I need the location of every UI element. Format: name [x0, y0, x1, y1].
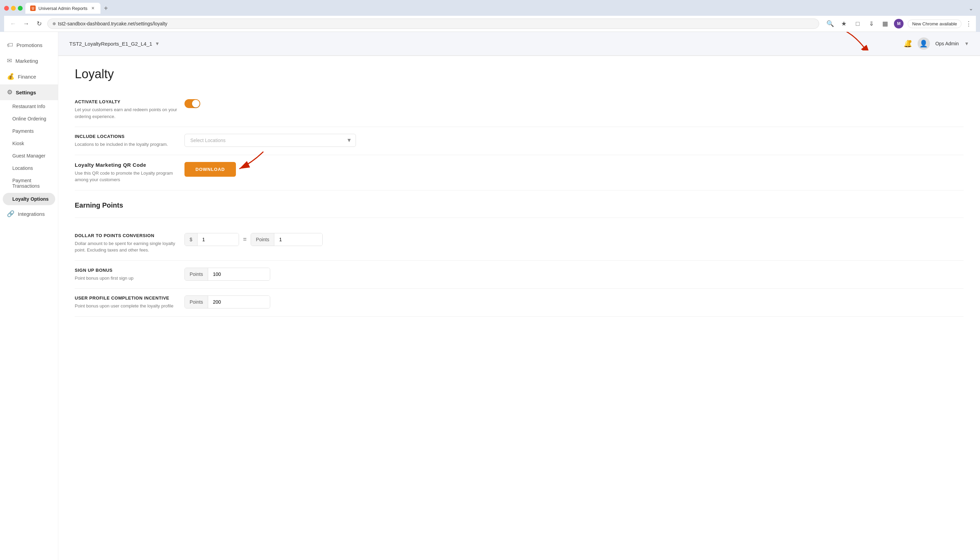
- org-selector[interactable]: TST2_LoyaltyReports_E1_G2_L4_1 ▼: [69, 41, 160, 47]
- user-dropdown-button[interactable]: ▼: [964, 41, 969, 46]
- sidebar-sub-payments[interactable]: Payments: [0, 125, 58, 137]
- locations-select-wrapper: Select Locations ▼: [184, 134, 356, 147]
- new-tab-button[interactable]: +: [101, 3, 111, 14]
- chrome-profile-button[interactable]: M: [894, 19, 904, 28]
- dollar-conversion-row: DOLLAR TO POINTS CONVERSION Dollar amoun…: [75, 226, 963, 261]
- sidebar-sub-online-ordering[interactable]: Online Ordering: [0, 113, 58, 125]
- profile-completion-input[interactable]: [208, 296, 270, 308]
- download-icon[interactable]: ⇓: [867, 19, 876, 28]
- include-locations-desc: Locations to be included in the loyalty …: [75, 141, 184, 148]
- main-content: Loyalty ACTIVATE LOYALTY Let your custom…: [58, 56, 980, 560]
- bookmark-icon[interactable]: ★: [839, 19, 849, 28]
- toolbar-icons: 🔍 ★ □ ⇓ ▦ M New Chrome available ⋮: [826, 19, 972, 28]
- address-bar[interactable]: ⊕ tst2-sandbox-dashboard.trycake.net/set…: [47, 18, 819, 29]
- dollar-conversion-label-col: DOLLAR TO POINTS CONVERSION Dollar amoun…: [75, 233, 184, 253]
- qr-code-control: DOWNLOAD: [184, 162, 963, 177]
- sidebar-item-settings[interactable]: ⚙ Settings: [0, 84, 58, 100]
- page-title: Loyalty: [75, 67, 963, 81]
- browser-chrome: U Universal Admin Reports ✕ + ⌄ ← → ↻ ⊕ …: [0, 0, 980, 32]
- profile-completion-prefix: Points: [185, 296, 208, 308]
- tab-bar: U Universal Admin Reports ✕ +: [25, 3, 111, 14]
- search-icon[interactable]: 🔍: [826, 19, 835, 28]
- sidebar-sub-payment-transactions[interactable]: Payment Transactions: [0, 174, 58, 192]
- avatar-icon: 👤: [919, 40, 928, 48]
- points-input-group: Points: [251, 233, 323, 246]
- sidebar-item-finance-label: Finance: [18, 74, 36, 80]
- extension-icon[interactable]: □: [853, 19, 862, 28]
- profile-completion-label: USER PROFILE COMPLETION INCENTIVE: [75, 295, 184, 301]
- address-bar-row: ← → ↻ ⊕ tst2-sandbox-dashboard.trycake.n…: [4, 16, 976, 32]
- qr-code-row: Loyalty Marketing QR Code Use this QR co…: [75, 155, 963, 190]
- browser-top: U Universal Admin Reports ✕ + ⌄: [4, 3, 976, 14]
- signup-bonus-desc: Point bonus upon first sign up: [75, 275, 184, 282]
- download-button[interactable]: DOWNLOAD: [184, 162, 236, 177]
- close-window-button[interactable]: [4, 6, 9, 11]
- qr-code-label-col: Loyalty Marketing QR Code Use this QR co…: [75, 162, 184, 183]
- minimize-window-button[interactable]: [11, 6, 16, 11]
- back-button[interactable]: ←: [8, 19, 18, 28]
- profile-completion-label-col: USER PROFILE COMPLETION INCENTIVE Point …: [75, 295, 184, 310]
- user-name: Ops Admin: [935, 41, 959, 46]
- sidebar-sub-guest-manager[interactable]: Guest Manager: [0, 150, 58, 162]
- sidebar: 🏷 Promotions ✉ Marketing 💰 Finance ⚙ Set…: [0, 32, 58, 560]
- dollar-value-input[interactable]: [198, 233, 239, 246]
- include-locations-control: Select Locations ▼: [184, 134, 963, 147]
- activate-loyalty-desc: Let your customers earn and redeem point…: [75, 107, 184, 120]
- sidebar-toggle-icon[interactable]: ▦: [880, 19, 890, 28]
- points-prefix: Points: [251, 233, 274, 246]
- include-locations-label: INCLUDE LOCATIONS: [75, 134, 184, 139]
- sidebar-item-promotions[interactable]: 🏷 Promotions: [0, 37, 58, 53]
- tab-close-button[interactable]: ✕: [90, 5, 96, 11]
- sidebar-item-settings-label: Settings: [16, 90, 36, 95]
- new-chrome-badge[interactable]: New Chrome available: [908, 20, 962, 28]
- profile-completion-desc: Point bonus upon user complete the loyal…: [75, 303, 184, 310]
- tab-favicon: U: [30, 5, 36, 11]
- sidebar-sub-loyalty-options[interactable]: Loyalty Options: [3, 193, 55, 205]
- sidebar-sub-kiosk[interactable]: Kiosk: [0, 137, 58, 150]
- profile-completion-row: USER PROFILE COMPLETION INCENTIVE Point …: [75, 288, 963, 317]
- sidebar-sub-locations[interactable]: Locations: [0, 162, 58, 174]
- locations-select[interactable]: Select Locations: [184, 134, 356, 147]
- points-value-input[interactable]: [274, 233, 322, 246]
- qr-code-label: Loyalty Marketing QR Code: [75, 162, 184, 168]
- section-divider: [75, 218, 963, 218]
- sidebar-item-finance[interactable]: 💰 Finance: [0, 68, 58, 84]
- promotions-icon: 🏷: [7, 42, 13, 49]
- signup-bonus-prefix: Points: [185, 268, 208, 280]
- activate-loyalty-control: [184, 99, 963, 108]
- earning-points-section-title: Earning Points: [75, 202, 963, 209]
- activate-loyalty-toggle[interactable]: [184, 99, 200, 108]
- org-dropdown-icon: ▼: [155, 41, 160, 46]
- activate-loyalty-label-col: ACTIVATE LOYALTY Let your customers earn…: [75, 99, 184, 120]
- notification-button[interactable]: 🔔: [904, 40, 912, 48]
- top-bar-wrapper: TST2_LoyaltyReports_E1_G2_L4_1 ▼: [58, 32, 980, 56]
- dollar-conversion-control: $ = Points: [184, 233, 963, 246]
- top-bar-right: 🔔 👤 Ops Admin ▼: [898, 37, 969, 50]
- forward-button[interactable]: →: [21, 19, 31, 28]
- app-layout: 🏷 Promotions ✉ Marketing 💰 Finance ⚙ Set…: [0, 32, 980, 560]
- profile-completion-control: Points: [184, 295, 963, 308]
- security-lock-icon: ⊕: [53, 21, 56, 26]
- top-bar: TST2_LoyaltyReports_E1_G2_L4_1 ▼: [58, 32, 980, 56]
- reload-button[interactable]: ↻: [34, 19, 44, 28]
- finance-icon: 💰: [7, 73, 14, 80]
- red-arrow-annotation: [829, 32, 870, 50]
- window-controls: [4, 6, 23, 11]
- sidebar-sub-restaurant-info[interactable]: Restaurant Info: [0, 100, 58, 113]
- active-tab[interactable]: U Universal Admin Reports ✕: [25, 3, 100, 14]
- settings-icon: ⚙: [7, 88, 12, 96]
- org-name: TST2_LoyaltyReports_E1_G2_L4_1: [69, 41, 152, 47]
- maximize-window-button[interactable]: [18, 6, 23, 11]
- sidebar-item-integrations[interactable]: 🔗 Integrations: [0, 206, 58, 222]
- sidebar-item-marketing[interactable]: ✉ Marketing: [0, 53, 58, 68]
- signup-bonus-input-group: Points: [184, 268, 270, 281]
- dollar-conversion-label: DOLLAR TO POINTS CONVERSION: [75, 233, 184, 238]
- chrome-more-button[interactable]: ⋮: [966, 20, 972, 27]
- sidebar-item-promotions-label: Promotions: [17, 42, 43, 48]
- marketing-icon: ✉: [7, 57, 12, 65]
- signup-bonus-input[interactable]: [208, 268, 270, 280]
- sidebar-item-integrations-label: Integrations: [18, 211, 45, 217]
- notification-dot: [909, 40, 912, 43]
- tab-menu-button[interactable]: ⌄: [966, 4, 976, 13]
- toggle-slider: [184, 99, 200, 108]
